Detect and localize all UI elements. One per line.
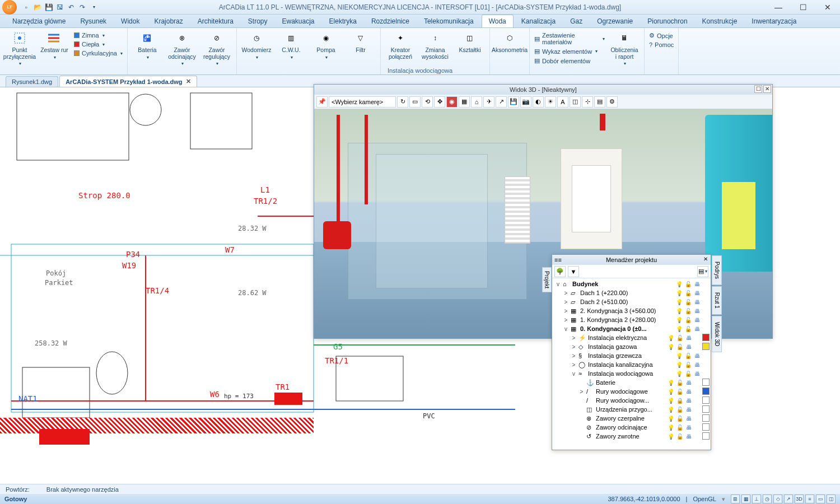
close-button[interactable]: ✕ [815, 0, 840, 15]
fly-icon[interactable]: ✈ [483, 96, 494, 108]
doctab[interactable]: ArCADia-SYSTEM Przykład 1-woda.dwg✕ [59, 76, 197, 87]
tab-telekomunikacja[interactable]: Telekomunikacja [417, 15, 480, 27]
tab-gaz[interactable]: Gaz [563, 15, 589, 27]
maximize-button[interactable]: ☐ [791, 0, 815, 15]
tree-row[interactable]: ◫Urządzenia przygo...💡🔓🖶 [553, 405, 710, 414]
command-bar[interactable]: Powtórz: Brak aktywnego narzędzia [0, 484, 840, 494]
walk-icon[interactable]: ↗ [496, 96, 507, 108]
select-icon[interactable]: ▭ [409, 96, 421, 108]
options-button[interactable]: ⚙ Opcje [648, 31, 675, 40]
tab-widok3d[interactable]: Widok 3D [712, 316, 722, 352]
tab-woda[interactable]: Woda [482, 15, 514, 27]
tab-konstrukcje[interactable]: Konstrukcje [696, 15, 744, 27]
save-view-icon[interactable]: 💾 [508, 96, 519, 108]
home-icon[interactable]: ⌂ [471, 96, 482, 108]
tree-row[interactable]: /Rury wodociągow...💡🔒🖶 [553, 396, 710, 405]
ortho-icon[interactable]: ⊥ [752, 494, 761, 503]
tab-piorunochron[interactable]: Piorunochron [641, 15, 694, 27]
cwu-button[interactable]: ▥C.W.U. [275, 29, 307, 61]
axes-icon[interactable]: ⊹ [582, 96, 593, 108]
tree-row[interactable]: ⊘Zawory odcinające💡🔓🖶 [553, 423, 710, 432]
calc-report-button[interactable]: 🖩Obliczenia i raport [608, 29, 641, 67]
tab-project[interactable]: Projekt [542, 267, 552, 292]
saveall-icon[interactable]: 🖫 [55, 2, 65, 12]
pm-titlebar[interactable]: ≡≡ Menadżer projektu ✕ [552, 255, 711, 265]
tab-widok[interactable]: Widok [114, 15, 146, 27]
snap-icon[interactable]: ⊞ [731, 494, 740, 503]
minimize-button[interactable]: ― [766, 0, 791, 15]
tree-row[interactable]: >▱Dach 1 (+220.00)💡🔓🖶 [553, 288, 710, 297]
osnap-icon[interactable]: ◇ [773, 494, 782, 503]
fittings-button[interactable]: ◫Kształtki [454, 29, 486, 55]
pan-icon[interactable]: ✥ [434, 96, 445, 108]
height-change-button[interactable]: ↕Zmiana wysokości [419, 29, 451, 61]
camera-select[interactable] [329, 96, 396, 108]
settings-icon[interactable]: ⚙ [606, 96, 618, 108]
tree-row[interactable]: ⊗Zawory czerpalne💡🔓🖶 [553, 414, 710, 423]
help-button[interactable]: ? Pomoc [648, 41, 675, 49]
tab-rozdzielnice[interactable]: Rozdzielnice [365, 15, 416, 27]
tab-kanalizacja[interactable]: Kanalizacja [515, 15, 562, 27]
tab-krajobraz[interactable]: Krajobraz [147, 15, 189, 27]
section-icon[interactable]: ◫ [570, 96, 581, 108]
tab-inwentaryzacja[interactable]: Inwentaryzacja [745, 15, 803, 27]
control-valve-button[interactable]: ⊘Zawór regulujący [200, 29, 233, 67]
pm-view-icon[interactable]: ▤ [697, 266, 708, 277]
render-icon[interactable]: ◉ [446, 96, 458, 108]
qat-more-icon[interactable] [88, 2, 99, 12]
panel-maximize-icon[interactable]: ☐ [754, 85, 762, 93]
pm-filter-icon[interactable]: ▼ [568, 266, 579, 277]
tab-narzędzia-główne[interactable]: Narzędzia główne [6, 15, 72, 27]
tab-podrys[interactable]: Podrys [712, 255, 722, 285]
tree-row[interactable]: v▦0. Kondygnacja 0 (±0...💡🔓🖶 [553, 324, 710, 333]
tree-row[interactable]: ↺Zawory zwrotne💡🔓🖶 [553, 432, 710, 441]
meter-button[interactable]: ◷Wodomierz [240, 29, 273, 61]
element-selection-button[interactable]: ▤ Dobór elementów [533, 57, 606, 65]
polar-icon[interactable]: ◷ [763, 494, 772, 503]
tree-row[interactable]: ⚓Baterie💡🔓🖶 [553, 378, 710, 387]
shadow-icon[interactable]: ◐ [533, 96, 544, 108]
pipe-set-button[interactable]: Zestaw rur [38, 29, 71, 61]
track-icon[interactable]: ↗ [784, 494, 793, 503]
3d-icon[interactable]: 3D [795, 494, 804, 503]
element-list-button[interactable]: ▤ Wykaz elementów [533, 47, 606, 55]
tree-row[interactable]: v≈Instalacja wodociągowa💡🔓🖶 [553, 369, 710, 378]
tab-ewakuacja[interactable]: Ewakuacja [276, 15, 321, 27]
connection-wizard-button[interactable]: ✦Kreator połączeń [384, 29, 417, 61]
circulation-pipe-button[interactable]: Cyrkulacyjna [73, 49, 124, 57]
tab-rzut1[interactable]: Rzut 1 [712, 286, 722, 315]
tab-stropy[interactable]: Stropy [241, 15, 274, 27]
pm-tree[interactable]: v⌂Budynek💡🔓🖶>▱Dach 1 (+220.00)💡🔓🖶>▱Dach … [552, 278, 711, 450]
close-icon[interactable]: ✕ [186, 78, 191, 85]
new-icon[interactable]: ▫ [21, 2, 31, 12]
filter-button[interactable]: ▽Filtr [344, 29, 377, 55]
tree-row[interactable]: >⚡Instalacja elektryczna💡🔓🖶 [553, 333, 710, 342]
save-icon[interactable]: 💾 [44, 2, 54, 12]
pin-icon[interactable]: 📌 [316, 96, 328, 108]
lwt-icon[interactable]: ≡ [805, 494, 814, 503]
axonometry-button[interactable]: ⬡Aksonometria [493, 29, 526, 55]
redo-icon[interactable]: ↷ [77, 2, 87, 12]
tab-elektryka[interactable]: Elektryka [323, 15, 363, 27]
tree-row[interactable]: v⌂Budynek💡🔓🖶 [553, 279, 710, 288]
tree-row[interactable]: >/Rury wodociągowe💡🔓🖶 [553, 387, 710, 396]
grid-icon[interactable]: ▦ [741, 494, 750, 503]
refresh-icon[interactable]: ↻ [397, 96, 408, 108]
tree-row[interactable]: >▱Dach 2 (+510.00)💡🔓🖶 [553, 297, 710, 306]
camera-icon[interactable]: 📷 [520, 96, 531, 108]
tree-row[interactable]: >▦2. Kondygnacja 3 (+560.00)💡🔓🖶 [553, 306, 710, 315]
wireframe-icon[interactable]: ▦ [459, 96, 470, 108]
hot-pipe-button[interactable]: Ciepła [73, 40, 124, 48]
panel-close-icon[interactable]: ✕ [763, 85, 771, 93]
open-icon[interactable]: 📂 [32, 2, 43, 12]
tree-row[interactable]: >◯Instalacja kanalizacyjna💡🔓🖶 [553, 360, 710, 369]
pm-tree-icon[interactable]: 🌳 [554, 266, 566, 277]
layers-icon[interactable]: ▤ [594, 96, 605, 108]
tree-row[interactable]: >§Instalacja grzewcza💡🔓🖶 [553, 351, 710, 360]
model-icon[interactable]: ▭ [816, 494, 825, 503]
tap-button[interactable]: 🚰Bateria [131, 29, 164, 61]
pump-button[interactable]: ◉Pompa [310, 29, 342, 61]
tree-row[interactable]: >▦1. Kondygnacja 2 (+280.00)💡🔓🖶 [553, 315, 710, 324]
aa-icon[interactable]: A [557, 96, 568, 108]
shutoff-valve-button[interactable]: ⊗Zawór odcinający [166, 29, 198, 67]
